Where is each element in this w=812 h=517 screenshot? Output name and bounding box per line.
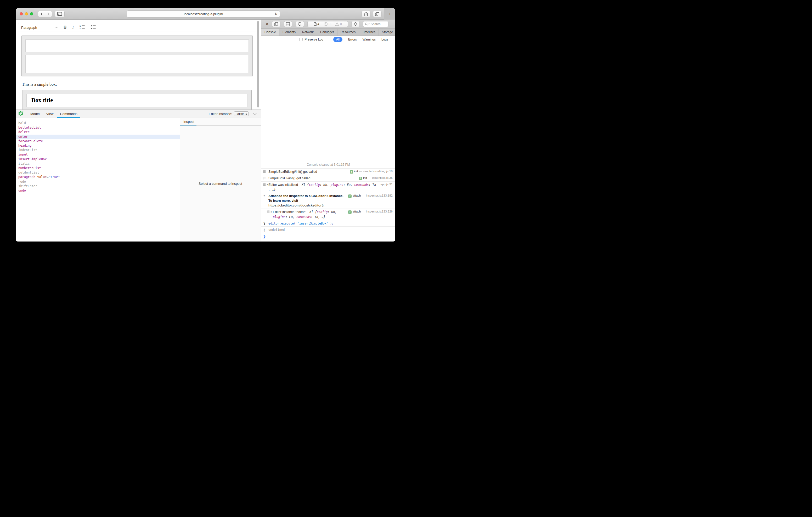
tab-console[interactable]: Console: [261, 29, 280, 35]
disclosure-expanded-icon[interactable]: ▼: [263, 194, 265, 197]
console-input-row[interactable]: ❯editor.execute( 'insertSimpleBox' );: [261, 220, 395, 226]
editor-editable-area[interactable]: This is a simple box: Box title: [18, 32, 256, 110]
scope-filter-errors[interactable]: Errors: [348, 38, 357, 41]
command-item[interactable]: bold: [16, 121, 180, 125]
console-log-row[interactable]: SimpleBoxEditing#init() got calledfinit—…: [261, 168, 395, 175]
command-item[interactable]: shiftEnter: [16, 184, 180, 188]
collapse-inspector-button[interactable]: [253, 112, 257, 115]
console-prompt-input[interactable]: [268, 234, 393, 240]
console-log-row[interactable]: ▼Attached the inspector to a CKEditor 5 …: [261, 193, 395, 209]
command-item[interactable]: delete: [16, 130, 180, 134]
inspect-tab[interactable]: Inspect: [180, 118, 261, 126]
row-gutter: [261, 170, 268, 174]
command-item[interactable]: numberedList: [16, 166, 180, 171]
command-item[interactable]: italic: [16, 161, 180, 166]
console-message: SimpleBoxEditing#init() got called: [268, 170, 347, 174]
inspector-search-field[interactable]: Search: [363, 21, 388, 27]
new-tab-button[interactable]: +: [384, 8, 395, 20]
page-scrollbar[interactable]: [257, 21, 260, 108]
italic-button[interactable]: I: [72, 25, 74, 30]
ck-tab-commands[interactable]: Commands: [60, 110, 77, 118]
reload-icon[interactable]: ↻: [274, 12, 278, 16]
command-item[interactable]: insertSimpleBox: [16, 157, 180, 161]
page-resources-badge[interactable]: 4: [314, 22, 319, 26]
numbered-list-button[interactable]: 1 2: [80, 25, 85, 30]
heading-dropdown[interactable]: Paragraph: [21, 26, 58, 30]
prompt-chevron-icon: ❯: [263, 235, 266, 238]
command-item[interactable]: outdentList: [16, 171, 180, 175]
console-result-row[interactable]: ❮undefined: [261, 226, 395, 233]
simple-box-title-field[interactable]: [25, 39, 249, 52]
tab-overview-button[interactable]: [373, 11, 382, 17]
preserve-log-checkbox[interactable]: [299, 38, 303, 41]
tab-timelines[interactable]: Timelines: [359, 29, 379, 35]
tab-resources[interactable]: Resources: [338, 29, 359, 35]
warning-count-badge[interactable]: 0: [335, 22, 342, 26]
disclosure-collapsed-icon[interactable]: ▶: [271, 210, 272, 213]
detach-inspector-button[interactable]: [272, 21, 281, 27]
console-prompt-row[interactable]: ❯: [261, 233, 395, 241]
message-segment: ,: [293, 215, 296, 219]
console-log-row[interactable]: ▶Editor instance "editor" – Kl {config: …: [261, 209, 395, 220]
forward-button[interactable]: [45, 11, 52, 17]
reload-page-button[interactable]: [296, 21, 304, 27]
tab-storage[interactable]: Storage: [379, 29, 395, 35]
source-location-link[interactable]: inspector.js:133:326: [366, 210, 393, 213]
source-location-link[interactable]: inspector.js:133:182: [366, 194, 393, 197]
simple-box-description-field[interactable]: [25, 55, 249, 73]
console-log-row[interactable]: SimpleBoxUI#init() got calledfinit—essen…: [261, 175, 395, 181]
close-inspector-button[interactable]: ✕: [265, 22, 269, 26]
error-count-badge[interactable]: 0: [324, 22, 330, 26]
editor-instance-select[interactable]: editor: [234, 111, 249, 116]
source-location-link[interactable]: app.js:31: [380, 183, 393, 186]
ck-tab-view[interactable]: View: [46, 110, 53, 118]
command-item[interactable]: paragraph value="true": [16, 175, 180, 179]
tab-debugger[interactable]: Debugger: [317, 29, 338, 35]
source-location-link[interactable]: essentials.js:35: [372, 176, 393, 179]
scope-filter-all[interactable]: All: [333, 37, 342, 42]
command-item[interactable]: input: [16, 152, 180, 157]
console-log-row[interactable]: ▶Editor was initialized – Kl {config: Kn…: [261, 181, 395, 193]
simple-box-widget[interactable]: [22, 35, 253, 76]
tab-network[interactable]: Network: [299, 29, 317, 35]
element-picker-button[interactable]: [351, 21, 360, 27]
command-item[interactable]: bulletedList: [16, 125, 180, 130]
minimize-window-button[interactable]: [25, 12, 28, 16]
ck-inspector-header: ModelViewCommands Editor instance: edito…: [16, 110, 261, 118]
command-item[interactable]: enter: [16, 134, 180, 139]
command-item[interactable]: undo: [16, 188, 180, 193]
console-link[interactable]: https://ckeditor.com/docs/ckeditor5: [268, 204, 323, 207]
browser-titlebar: localhost/creating-a-plugin/ ↻ +: [16, 8, 395, 20]
share-button[interactable]: [361, 11, 370, 17]
command-name: heading: [18, 144, 32, 147]
safari-window: localhost/creating-a-plugin/ ↻ +: [16, 8, 395, 242]
scope-filter-warnings[interactable]: Warnings: [362, 38, 376, 41]
source-location-link[interactable]: simpleboxediting.js:19: [363, 170, 393, 173]
chevron-down-icon: [55, 27, 58, 28]
scope-filter-logs[interactable]: Logs: [381, 38, 388, 41]
row-meta: finit—essentials.js:35: [359, 176, 393, 181]
inspect-tab-label: Inspect: [183, 120, 194, 124]
bulleted-list-button[interactable]: [91, 25, 96, 30]
dock-side-button[interactable]: [284, 21, 292, 27]
editor-paragraph[interactable]: This is a simple box:: [22, 82, 252, 87]
command-item[interactable]: forwardDelete: [16, 139, 180, 144]
bold-button[interactable]: B: [64, 25, 67, 30]
scrollbar-thumb[interactable]: [257, 21, 259, 108]
meta-dash: —: [362, 210, 365, 213]
close-window-button[interactable]: [20, 12, 23, 16]
simple-box-widget[interactable]: Box title: [23, 90, 252, 110]
back-button[interactable]: [38, 11, 45, 17]
simple-box-title-field[interactable]: Box title: [26, 94, 248, 107]
command-item[interactable]: redo: [16, 180, 180, 184]
sidebar-toggle-button[interactable]: [55, 11, 65, 17]
zoom-window-button[interactable]: [30, 12, 33, 16]
command-item[interactable]: indentList: [16, 148, 180, 152]
svg-text:2: 2: [80, 27, 81, 29]
message-segment: Editor instance "editor": [273, 210, 306, 214]
ck-tab-model[interactable]: Model: [30, 110, 39, 118]
tab-elements[interactable]: Elements: [280, 29, 299, 35]
url-field[interactable]: localhost/creating-a-plugin/ ↻: [127, 10, 280, 18]
message-segment: Kl: [310, 210, 315, 214]
command-item[interactable]: heading: [16, 144, 180, 148]
